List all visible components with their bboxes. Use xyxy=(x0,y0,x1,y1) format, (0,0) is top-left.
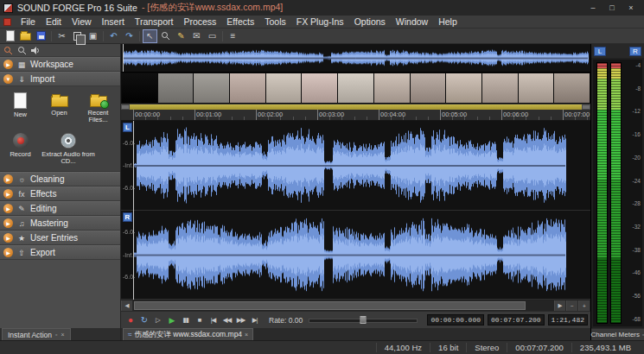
overview-waveform-canvas[interactable] xyxy=(121,44,590,72)
video-thumbnail[interactable] xyxy=(194,73,229,103)
left-channel[interactable]: L -6.0- -Inf. -6.0- xyxy=(121,121,590,211)
preview-button[interactable] xyxy=(29,45,41,56)
minimize-button[interactable]: – xyxy=(583,0,603,16)
loop-region-bar[interactable] xyxy=(121,104,590,110)
import-recent-files-button[interactable]: Recent Files... xyxy=(80,89,117,128)
zoom-out-button[interactable]: − xyxy=(566,300,578,311)
video-thumbnail[interactable] xyxy=(338,73,373,103)
save-button[interactable] xyxy=(34,29,48,43)
playback-cursor[interactable] xyxy=(133,121,134,300)
end-time-display[interactable]: 00:07:07.200 xyxy=(488,314,545,326)
pencil-tool-button[interactable]: ✎ xyxy=(174,29,188,43)
right-channel-canvas[interactable] xyxy=(121,211,590,300)
video-thumbnail[interactable] xyxy=(446,73,481,103)
instant-action-tab[interactable]: Instant Action ▫ × xyxy=(2,328,71,340)
menu-effects[interactable]: Effects xyxy=(221,16,259,28)
right-channel-badge[interactable]: R xyxy=(123,212,132,222)
zoom-in-tool-button[interactable] xyxy=(2,45,14,56)
close-panel-icon[interactable]: × xyxy=(61,332,65,338)
float-panel-icon[interactable]: ▫ xyxy=(55,332,57,338)
video-thumbnail[interactable] xyxy=(482,73,518,103)
video-thumbnail[interactable] xyxy=(158,73,194,103)
menu-transport[interactable]: Transport xyxy=(130,16,179,28)
left-channel-canvas[interactable] xyxy=(121,121,590,210)
rate-slider[interactable] xyxy=(309,316,418,324)
video-thumbnail[interactable] xyxy=(122,73,157,103)
zoom-in-button[interactable]: + xyxy=(578,300,590,311)
import-new-button[interactable]: New xyxy=(2,89,39,128)
selection-length-display[interactable]: 1:21,482 xyxy=(548,314,588,326)
video-thumbnail[interactable] xyxy=(411,73,446,103)
go-to-start-button[interactable]: |◀ xyxy=(207,313,220,327)
video-thumbnail[interactable] xyxy=(230,73,265,103)
title-bar[interactable]: SOUND FORGE Pro 16 Suite - [伤感的安详www.ssd… xyxy=(0,0,644,16)
sidebar-section-cleaning[interactable]: ▶ ☼ Cleaning xyxy=(0,172,120,186)
record-button[interactable]: ● xyxy=(124,313,137,327)
video-thumbnail[interactable] xyxy=(374,73,410,103)
cut-button[interactable]: ✂ xyxy=(54,29,69,43)
open-button[interactable] xyxy=(18,29,33,43)
sidebar-section-workspace[interactable]: ▶ ▦ Workspace xyxy=(0,57,120,72)
waveform-display[interactable]: L -6.0- -Inf. -6.0- R -6.0- -Inf. -6.0- xyxy=(121,121,590,300)
play-button[interactable]: ▶ xyxy=(165,313,178,327)
rate-slider-thumb[interactable] xyxy=(360,316,367,324)
pause-button[interactable]: ▮▮ xyxy=(179,313,192,327)
menu-edit[interactable]: Edit xyxy=(41,16,67,28)
scrollbar-thumb[interactable] xyxy=(134,301,526,310)
scrollbar-track[interactable] xyxy=(133,300,554,311)
sidebar-section-import[interactable]: ▼ ⇓ Import xyxy=(0,72,120,86)
forward-button[interactable]: ▶▶ xyxy=(234,313,247,327)
loop-playback-button[interactable]: ↻ xyxy=(137,313,150,327)
menu-fx-plugins[interactable]: FX Plug-Ins xyxy=(291,16,349,28)
meter-left-badge[interactable]: L xyxy=(594,47,606,56)
event-tool-button[interactable]: ▭ xyxy=(205,29,220,43)
copy-button[interactable] xyxy=(70,29,85,43)
scroll-right-button[interactable]: ▶ xyxy=(554,300,566,311)
time-ruler[interactable]: 00:00:0000:01:0000:02:0000:03:0000:04:00… xyxy=(121,110,590,121)
right-channel[interactable]: R -6.0- -Inf. -6.0- xyxy=(121,211,590,300)
video-thumbnail[interactable] xyxy=(302,73,337,103)
sidebar-section-export[interactable]: ▶ ⇧ Export xyxy=(0,245,120,260)
import-record-button[interactable]: Record xyxy=(2,130,39,168)
menu-view[interactable]: View xyxy=(67,16,97,28)
stop-button[interactable]: ■ xyxy=(193,313,206,327)
sidebar-section-user-entries[interactable]: ▶ ★ User Entries xyxy=(0,231,120,245)
menu-insert[interactable]: Insert xyxy=(97,16,130,28)
menu-help[interactable]: Help xyxy=(433,16,462,28)
menu-process[interactable]: Process xyxy=(178,16,221,28)
meter-right-badge[interactable]: R xyxy=(629,47,641,56)
video-thumbnail[interactable] xyxy=(266,73,302,103)
menu-options[interactable]: Options xyxy=(349,16,391,28)
play-all-button[interactable]: ▷ xyxy=(151,313,164,327)
sidebar-section-editing[interactable]: ▶ ✎ Editing xyxy=(0,201,120,216)
import-open-button[interactable]: Open xyxy=(41,89,78,128)
new-file-button[interactable] xyxy=(3,29,17,43)
edit-tool-button[interactable]: ↖ xyxy=(143,29,157,43)
video-thumbnail[interactable] xyxy=(519,73,554,103)
overview-cursor[interactable] xyxy=(123,44,124,72)
menu-file[interactable]: File xyxy=(16,16,41,28)
sidebar-section-effects[interactable]: ▶ fx Effects xyxy=(0,186,120,201)
redo-button[interactable]: ↷ xyxy=(122,29,137,43)
maximize-button[interactable]: □ xyxy=(603,0,622,16)
envelope-tool-button[interactable]: ✉ xyxy=(189,29,204,43)
menu-window[interactable]: Window xyxy=(391,16,433,28)
zoom-out-tool-button[interactable] xyxy=(16,45,28,56)
undo-button[interactable]: ↶ xyxy=(106,29,121,43)
scroll-left-button[interactable]: ◀ xyxy=(121,300,133,311)
document-tab[interactable]: ≈ 伤感的安详 www.ssdax.com.mp4 × xyxy=(123,328,253,340)
rewind-button[interactable]: ◀◀ xyxy=(220,313,233,327)
sidebar-section-mastering[interactable]: ▶ ♫ Mastering xyxy=(0,216,120,231)
menu-tools[interactable]: Tools xyxy=(259,16,291,28)
overview-waveform[interactable] xyxy=(121,44,590,73)
video-thumbnail[interactable] xyxy=(554,73,590,103)
paste-button[interactable]: ▣ xyxy=(86,29,100,43)
import-extract-cd-button[interactable]: Extract Audio from CD... xyxy=(41,130,96,168)
channel-meters-tab[interactable]: Channel Meters ▫ xyxy=(591,328,644,340)
go-to-end-button[interactable]: ▶| xyxy=(248,313,261,327)
magnify-tool-button[interactable] xyxy=(158,29,173,43)
close-button[interactable]: × xyxy=(622,0,641,16)
left-channel-badge[interactable]: L xyxy=(123,123,132,132)
cursor-time-display[interactable]: 00:00:00.000 xyxy=(427,314,484,326)
tab-close-icon[interactable]: × xyxy=(245,332,248,338)
